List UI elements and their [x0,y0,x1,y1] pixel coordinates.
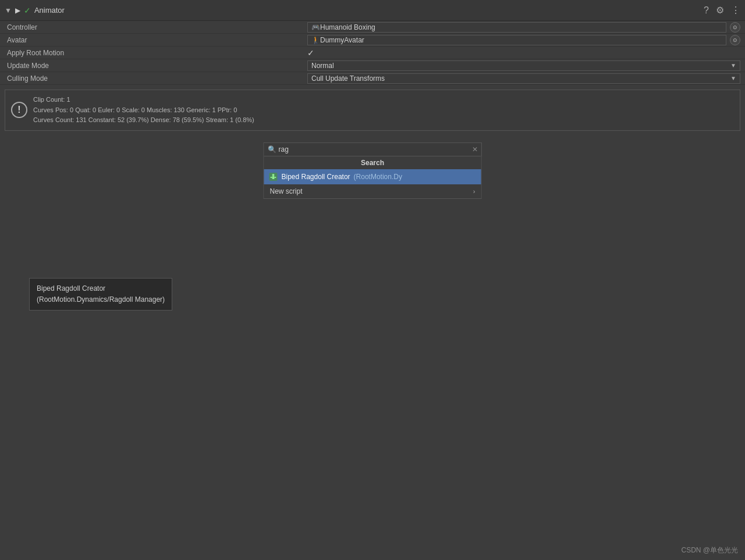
new-script-row[interactable]: New script › [264,184,481,198]
avatar-picker-btn[interactable]: ⊙ [730,35,740,45]
culling-mode-text: Cull Update Transforms [311,74,385,83]
avatar-value: 🚶 DummyAvatar ⊙ [307,35,740,45]
clear-search-button[interactable]: ✕ [472,145,478,154]
avatar-text: DummyAvatar [320,36,364,44]
result-item-biped-ragdoll[interactable]: Biped Ragdoll Creator (RootMotion.Dy [264,169,481,184]
panel-title: Animator [34,6,65,15]
component-dropdown: 🔍 ✕ Search Biped Ragdoll Creator (RootMo… [264,142,482,199]
top-bar-left: ▼ ▶ ✓ Animator [5,6,65,15]
watermark: CSDN @单色光光 [681,545,738,555]
controller-label: Controller [5,23,307,31]
active-check-icon[interactable]: ✓ [24,6,31,15]
svg-point-1 [272,174,275,176]
controller-picker-btn[interactable]: ⊙ [730,22,740,33]
info-icon: ! [11,102,27,118]
culling-mode-value: Cull Update Transforms ▼ [307,73,740,84]
add-component-area: Add Component 🔍 ✕ Search [0,142,745,156]
search-input[interactable] [279,145,470,154]
tooltip-line1: Biped Ragdoll Creator [37,283,165,294]
info-line3: Curves Count: 131 Constant: 52 (39.7%) D… [33,115,254,126]
culling-mode-arrow: ▼ [730,75,736,81]
main-panel: Controller 🎮 Humanoid Boxing ⊙ Avatar 🚶 … [0,21,745,156]
update-mode-value: Normal ▼ [307,60,740,71]
avatar-field[interactable]: 🚶 DummyAvatar [307,35,726,45]
settings-icon[interactable]: ⚙ [716,5,724,16]
new-script-arrow-icon: › [473,188,476,195]
info-line1: Clip Count: 1 [33,95,254,105]
apply-root-motion-value: ✓ [307,48,740,58]
result-secondary-text: (RootMotion.Dy [354,173,402,181]
menu-icon[interactable]: ⋮ [731,5,740,16]
svg-rect-3 [271,177,272,178]
info-text: Clip Count: 1 Curves Pos: 0 Quat: 0 Eule… [33,95,254,126]
controller-row: Controller 🎮 Humanoid Boxing ⊙ [0,21,745,34]
controller-text: Humanoid Boxing [320,23,375,31]
collapse-arrow-icon[interactable]: ▼ [5,6,12,15]
svg-rect-2 [272,176,275,179]
play-icon[interactable]: ▶ [15,6,20,15]
result-primary-text: Biped Ragdoll Creator [282,173,350,181]
update-mode-field[interactable]: Normal ▼ [307,60,740,71]
avatar-row: Avatar 🚶 DummyAvatar ⊙ [0,34,745,47]
culling-mode-field[interactable]: Cull Update Transforms ▼ [307,73,740,84]
avatar-icon: 🚶 [311,36,320,44]
result-tooltip: Biped Ragdoll Creator (RootMotion.Dynami… [29,278,172,311]
search-magnifier-icon: 🔍 [268,145,276,154]
update-mode-label: Update Mode [5,62,307,70]
new-script-label: New script [270,187,303,195]
update-mode-arrow: ▼ [730,62,736,69]
svg-rect-4 [275,177,276,178]
controller-value: 🎮 Humanoid Boxing ⊙ [307,22,740,33]
top-bar: ▼ ▶ ✓ Animator ? ⚙ ⋮ [0,0,745,21]
culling-mode-label: Culling Mode [5,74,307,83]
avatar-label: Avatar [5,36,307,44]
info-box: ! Clip Count: 1 Curves Pos: 0 Quat: 0 Eu… [5,90,740,131]
apply-root-motion-label: Apply Root Motion [5,49,307,57]
culling-mode-row: Culling Mode Cull Update Transforms ▼ [0,72,745,85]
info-line2: Curves Pos: 0 Quat: 0 Euler: 0 Scale: 0 … [33,105,254,116]
update-mode-row: Update Mode Normal ▼ [0,59,745,72]
search-label: Search [264,156,481,169]
update-mode-text: Normal [311,62,334,70]
apply-root-motion-row: Apply Root Motion ✓ [0,47,745,59]
controller-icon: 🎮 [311,23,320,31]
search-box: 🔍 ✕ [264,143,481,156]
apply-root-motion-check[interactable]: ✓ [307,48,314,58]
controller-field[interactable]: 🎮 Humanoid Boxing [307,22,726,33]
tooltip-line2: (RootMotion.Dynamics/Ragdoll Manager) [37,294,165,305]
biped-ragdoll-icon [269,172,278,181]
help-icon[interactable]: ? [704,5,709,16]
top-bar-icons: ? ⚙ ⋮ [704,5,740,16]
